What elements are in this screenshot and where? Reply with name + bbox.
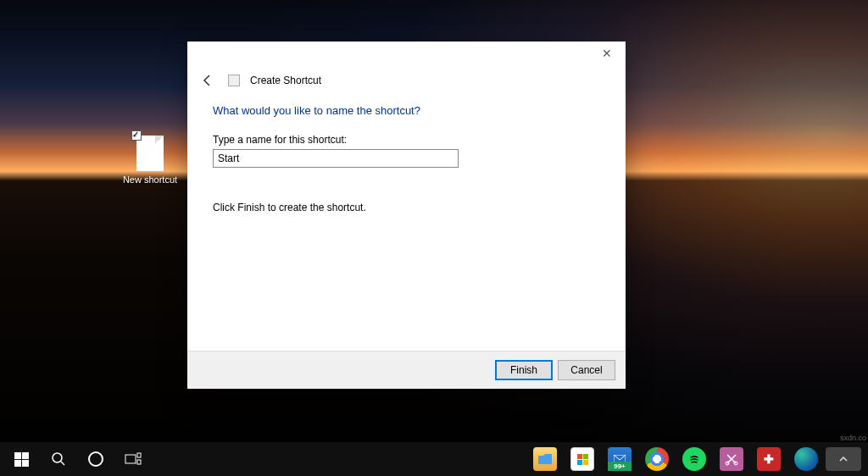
- cortana-button[interactable]: [78, 442, 114, 476]
- finish-button[interactable]: Finish: [495, 360, 553, 380]
- mail-icon: 99+: [608, 447, 632, 471]
- mail-badge: 99+: [608, 462, 632, 471]
- dialog-body: What would you like to name the shortcut…: [187, 99, 626, 351]
- close-button[interactable]: ✕: [587, 42, 626, 65]
- taskbar-tray-overflow[interactable]: [826, 442, 861, 476]
- chrome-icon: [645, 447, 669, 471]
- taskbar-app-chrome[interactable]: [639, 442, 675, 476]
- desktop-icon-label: New shortcut: [123, 174, 177, 185]
- shortcut-mini-icon: [228, 75, 240, 86]
- taskbar: 99+ ✚: [0, 442, 868, 476]
- svg-rect-2: [125, 455, 136, 463]
- microsoft-store-icon: [570, 447, 594, 471]
- taskbar-app-store[interactable]: [565, 442, 600, 476]
- watermark: sxdn.co: [840, 434, 866, 442]
- cancel-button[interactable]: Cancel: [558, 360, 615, 380]
- taskbar-app-antivirus[interactable]: ✚: [751, 442, 787, 476]
- shortcut-name-input[interactable]: [213, 149, 459, 168]
- field-label: Type a name for this shortcut:: [213, 134, 600, 146]
- cortana-icon: [88, 451, 103, 467]
- taskbar-app-explorer[interactable]: [527, 442, 563, 476]
- taskbar-app-mail[interactable]: 99+: [602, 442, 637, 476]
- windows-logo-icon: [11, 449, 31, 469]
- svg-point-0: [53, 453, 62, 462]
- create-shortcut-dialog: ✕ Create Shortcut What would you like to…: [187, 42, 626, 389]
- file-explorer-icon: [533, 447, 557, 471]
- taskbar-app-snip[interactable]: [714, 442, 749, 476]
- edge-icon: [794, 447, 818, 471]
- snipping-tool-icon: [720, 447, 743, 471]
- back-arrow-icon: [201, 74, 214, 87]
- svg-rect-4: [137, 460, 141, 464]
- search-button[interactable]: [41, 442, 76, 476]
- file-icon: [136, 136, 164, 171]
- dialog-header: Create Shortcut: [187, 67, 626, 99]
- task-view-icon: [123, 449, 143, 469]
- svg-line-1: [61, 462, 64, 465]
- dialog-footer: Finish Cancel: [187, 351, 626, 389]
- tray-overflow-icon: [826, 447, 861, 471]
- dialog-title: Create Shortcut: [250, 75, 321, 86]
- helper-text: Click Finish to create the shortcut.: [213, 202, 600, 213]
- main-instruction: What would you like to name the shortcut…: [213, 104, 600, 117]
- checkbox-overlay-icon: [131, 130, 142, 141]
- dialog-titlebar: ✕: [187, 42, 626, 67]
- spotify-icon: [682, 447, 706, 471]
- taskbar-app-spotify[interactable]: [676, 442, 712, 476]
- back-button[interactable]: [198, 70, 218, 91]
- search-icon: [48, 449, 69, 469]
- taskbar-app-edge[interactable]: [788, 442, 824, 476]
- close-icon: ✕: [602, 47, 612, 60]
- antivirus-icon: ✚: [757, 447, 781, 471]
- desktop-icon-new-shortcut[interactable]: New shortcut: [119, 136, 181, 185]
- task-view-button[interactable]: [115, 442, 151, 476]
- svg-rect-3: [137, 453, 141, 457]
- start-button[interactable]: [3, 442, 39, 476]
